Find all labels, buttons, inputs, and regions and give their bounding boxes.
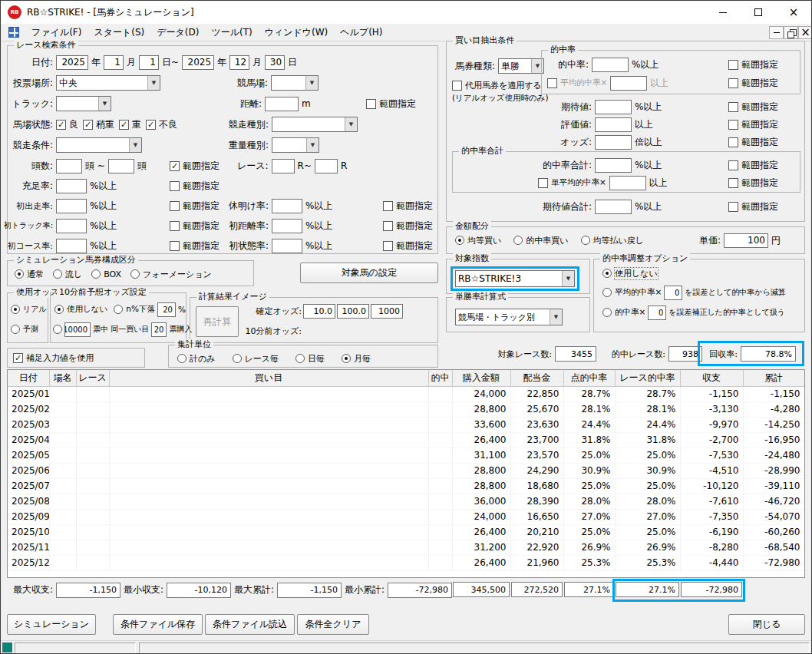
race-no-max-input[interactable] [315, 159, 338, 173]
expect-total-input[interactable] [595, 200, 632, 214]
table-row[interactable]: 2025/0333,60023,63024.4%24.4%-9,970-14,2… [8, 417, 804, 432]
hit-rate-input[interactable] [592, 58, 629, 72]
baba-bad-checkbox[interactable]: 不良 [146, 118, 177, 131]
mdi-minimize-button[interactable] [769, 26, 784, 39]
load-condition-button[interactable]: 条件ファイル読込 [205, 614, 295, 635]
simulation-button[interactable]: シミュレーション [7, 614, 96, 635]
date-end-year-input[interactable]: 2025 [182, 55, 214, 70]
distance-input[interactable] [265, 97, 299, 111]
supplement-checkbox[interactable]: 補足入力値を使用 [13, 352, 94, 364]
column-header[interactable]: 収支 [680, 370, 743, 386]
menu-start[interactable]: スタート(S) [87, 24, 150, 41]
vote-place-select[interactable]: 中央 [56, 75, 160, 91]
first-condition-input[interactable] [272, 239, 302, 253]
odds-10min-drop-radio[interactable]: n%下落 [114, 304, 155, 315]
first-course-input[interactable] [56, 239, 87, 253]
odds-10min-votes-radio[interactable] [53, 325, 62, 334]
structure-box-radio[interactable]: BOX [91, 269, 121, 279]
table-row[interactable]: 2025/1131,20022,92026.9%26.9%-8,280-68,5… [8, 540, 804, 555]
column-header[interactable]: 累計 [743, 370, 804, 386]
date-start-month-input[interactable]: 1 [104, 55, 124, 70]
table-row[interactable]: 2025/0124,00022,85028.7%28.7%-1,150-1,15… [8, 386, 804, 401]
table-row[interactable]: 2025/0228,80025,67028.1%28.1%-3,130-4,28… [8, 401, 804, 417]
keibajo-select[interactable] [271, 75, 319, 91]
column-header[interactable]: レース [76, 370, 109, 386]
heads-max-input[interactable] [108, 159, 134, 173]
heads-min-input[interactable] [56, 159, 82, 173]
evaluation-range-checkbox[interactable]: 範囲指定 [728, 118, 778, 131]
maximize-button[interactable] [741, 1, 776, 24]
column-header[interactable]: 的中 [428, 370, 452, 386]
menu-window[interactable]: ウィンドウ(W) [259, 24, 335, 41]
column-header[interactable]: 購入金額 [452, 370, 510, 386]
aggregate-total-radio[interactable]: 計のみ [177, 353, 216, 365]
table-row[interactable]: 2025/1026,40020,21025.0%25.0%-6,190-60,2… [8, 524, 804, 540]
table-row[interactable]: 2025/0531,10023,57025.0%25.0%-7,530-24,4… [8, 448, 804, 463]
substitute-checkbox[interactable]: 代用馬券を適用する [452, 80, 542, 91]
fixed-odds-input-3[interactable]: 1000 [371, 304, 403, 319]
table-row[interactable]: 2025/1226,40021,96025.3%25.3%-4,440-72,9… [8, 555, 804, 570]
avg-hit-range-checkbox[interactable]: 範囲指定 [728, 77, 778, 90]
rest-return-range-checkbox[interactable]: 範囲指定 [383, 200, 433, 213]
first-track-range-checkbox[interactable]: 範囲指定 [170, 220, 220, 233]
hit-adjust-avg-radio[interactable]: 平均的中率× [602, 287, 662, 298]
aggregate-day-radio[interactable]: 日毎 [295, 353, 325, 365]
single-avg-input[interactable] [609, 176, 646, 190]
single-avg-range-checkbox[interactable]: 範囲指定 [728, 177, 778, 190]
column-header[interactable]: 点的中率 [563, 370, 615, 386]
race-type-select[interactable] [272, 117, 358, 132]
date-end-day-input[interactable]: 30 [265, 55, 285, 70]
first-run-input[interactable] [56, 199, 87, 213]
menu-data[interactable]: データ(D) [150, 24, 205, 41]
weight-type-select[interactable] [272, 137, 319, 153]
mdi-document-grid-icon[interactable] [8, 27, 19, 38]
ticket-type-select[interactable]: 単勝 [498, 58, 544, 74]
heads-range-checkbox[interactable]: 範囲指定 [170, 160, 220, 173]
column-header[interactable]: 場名 [49, 370, 76, 386]
recalc-button[interactable]: 再計算 [196, 306, 239, 337]
first-track-input[interactable] [56, 219, 87, 233]
structure-formation-radio[interactable]: フォーメーション [130, 269, 212, 280]
first-run-range-checkbox[interactable]: 範囲指定 [170, 200, 220, 213]
first-condition-range-checkbox[interactable]: 範囲指定 [383, 239, 433, 253]
expectation-range-checkbox[interactable]: 範囲指定 [728, 101, 778, 114]
table-row[interactable]: 2025/0426,40023,70031.8%31.8%-2,700-16,9… [8, 432, 804, 448]
avg-hit-checkbox[interactable]: 平均的中率× [547, 78, 607, 88]
baba-heavy-checkbox[interactable]: 重 [119, 118, 141, 131]
race-no-min-input[interactable] [272, 159, 295, 173]
fill-rate-input[interactable] [56, 179, 87, 193]
hit-adjust-avg-input[interactable]: 0 [664, 286, 682, 300]
fixed-odds-input-2[interactable]: 100.0 [337, 304, 369, 319]
allocation-equal-return-radio[interactable]: 均等払い戻し [581, 235, 645, 246]
hit-adjust-none-radio[interactable]: 使用しない [602, 268, 658, 279]
expectation-input[interactable] [595, 100, 632, 114]
fixed-odds-input-1[interactable]: 10.0 [303, 304, 335, 319]
evaluation-input[interactable] [595, 117, 632, 132]
table-row[interactable]: 2025/0628,80024,29030.9%30.9%-4,510-28,9… [8, 463, 804, 478]
menu-tool[interactable]: ツール(T) [205, 24, 258, 41]
win-formula-select[interactable]: 競馬場・トラック別 [455, 309, 563, 325]
target-index-select[interactable]: RB☆STRIKE!3 [455, 270, 575, 287]
odds-real-radio[interactable]: リアル [11, 304, 47, 315]
column-header[interactable]: 買い目 [109, 370, 428, 386]
distance-range-checkbox[interactable]: 範囲指定 [366, 97, 416, 111]
mdi-close-button[interactable] [798, 26, 812, 39]
menu-help[interactable]: ヘルプ(H) [334, 24, 388, 41]
structure-normal-radio[interactable]: 通常 [15, 269, 44, 280]
baba-slightly-heavy-checkbox[interactable]: 稍重 [83, 118, 114, 131]
expect-total-range-checkbox[interactable]: 範囲指定 [728, 200, 778, 213]
first-distance-input[interactable] [272, 219, 302, 233]
odds-range-checkbox[interactable]: 範囲指定 [728, 136, 778, 149]
drop-percent-input[interactable]: 20 [157, 302, 176, 317]
votes-total-input[interactable]: 10000 [64, 322, 91, 337]
table-row[interactable]: 2025/0728,80018,68025.0%25.0%-10,120-39,… [8, 478, 804, 494]
hit-rate-range-checkbox[interactable]: 範囲指定 [728, 58, 778, 71]
hit-adjust-rate-radio[interactable]: 的中率× [602, 307, 645, 318]
avg-hit-input[interactable] [610, 76, 647, 91]
close-dialog-button[interactable]: 閉じる [728, 614, 805, 635]
date-start-year-input[interactable]: 2025 [56, 55, 88, 70]
rest-return-input[interactable] [272, 199, 302, 213]
odds-threshold-input[interactable] [595, 135, 632, 150]
fill-rate-range-checkbox[interactable]: 範囲指定 [170, 180, 220, 193]
save-condition-button[interactable]: 条件ファイル保存 [113, 614, 203, 635]
